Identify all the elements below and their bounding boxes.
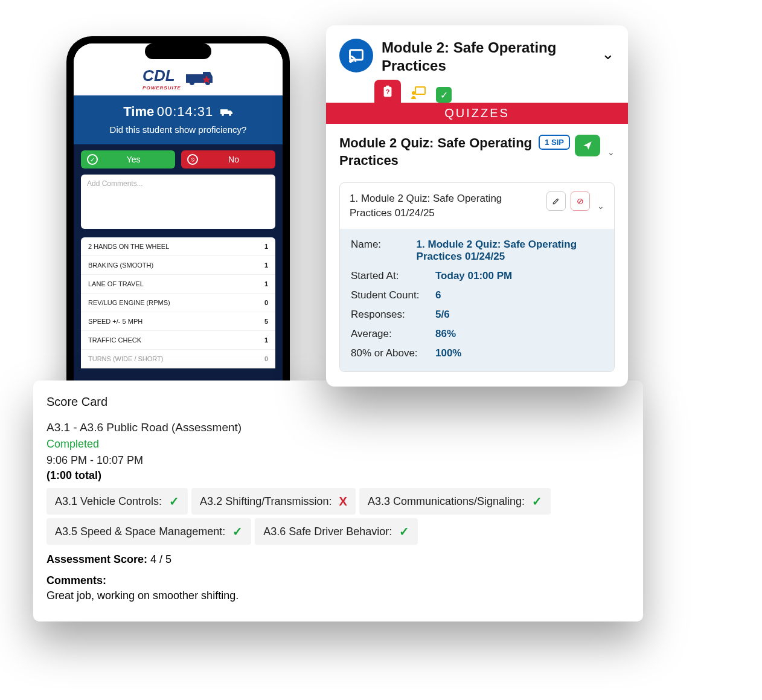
quiz-item-header: 1. Module 2 Quiz: Safe Operating Practic… [340, 183, 614, 229]
paper-plane-icon [582, 140, 593, 151]
metric-row[interactable]: LANE OF TRAVEL1 [81, 275, 275, 294]
scorecard-title: Score Card [46, 395, 630, 409]
comments-input[interactable]: Add Comments... [81, 175, 275, 229]
chevron-down-icon[interactable]: ⌄ [607, 147, 615, 157]
yes-no-row: ✓ Yes ⦸ No [74, 144, 283, 175]
tab-presentation[interactable] [411, 86, 426, 103]
metric-label: TRAFFIC CHECK [88, 336, 141, 344]
metric-value: 1 [264, 336, 268, 344]
assessment-label: A3.1 - A3.6 Public Road (Assessment) [46, 421, 630, 434]
score-card: Score Card A3.1 - A3.6 Public Road (Asse… [33, 381, 643, 621]
clipboard-question-icon: ? [381, 84, 394, 98]
pencil-icon [552, 197, 560, 205]
yes-button[interactable]: ✓ Yes [81, 150, 175, 169]
truck-icon [220, 108, 233, 119]
assessment-row-2: A3.5 Speed & Space Management: ✓ A3.6 Sa… [46, 518, 630, 545]
metric-row[interactable]: TURNS (WIDE / SHORT)0 [81, 350, 275, 368]
logo-text: CDL [142, 66, 181, 85]
svg-point-5 [350, 60, 351, 62]
time-range: 9:06 PM - 10:07 PM [46, 454, 630, 467]
truck-star-icon [185, 69, 214, 88]
metric-row[interactable]: SPEED +/- 5 MPH5 [81, 312, 275, 331]
quiz-panel: 1. Module 2 Quiz: Safe Operating Practic… [339, 182, 615, 372]
x-icon: X [339, 495, 347, 509]
comments-label: Comments: [46, 574, 630, 587]
quiz-title: Module 2 Quiz: Safe Operating Practices [339, 135, 534, 169]
check-icon: ✓ [232, 524, 243, 539]
phone-mockup: CDL POWERSUITE Time 00:14:31 [66, 36, 290, 411]
chevron-down-icon[interactable]: ⌄ [597, 201, 604, 211]
metric-row[interactable]: BRAKING (SMOOTH)1 [81, 256, 275, 275]
logo-subtext: POWERSUITE [142, 85, 181, 91]
metric-value: 0 [264, 299, 268, 306]
score-label: Assessment Score: [46, 553, 147, 565]
time-label: Time [123, 104, 154, 119]
no-label: No [198, 155, 269, 164]
metric-value: 1 [264, 280, 268, 287]
cell-label: A3.5 Speed & Space Management: [55, 525, 225, 538]
metric-label: 2 HANDS ON THE WHEEL [88, 243, 169, 250]
metric-row[interactable]: TRAFFIC CHECK1 [81, 331, 275, 350]
total-duration: (1:00 total) [46, 469, 630, 482]
cell-label: A3.3 Communications/Signaling: [368, 495, 525, 508]
sip-badge: 1 SIP [539, 135, 570, 150]
quiz-details: Name: 1. Module 2 Quiz: Safe Operating P… [340, 229, 614, 371]
metric-label: BRAKING (SMOOTH) [88, 262, 153, 269]
svg-point-11 [412, 91, 415, 95]
cancel-icon: ⦸ [187, 154, 198, 165]
module-body: Module 2 Quiz: Safe Operating Practices … [326, 124, 628, 372]
cell-label: A3.2 Shifting/Transmission: [200, 495, 331, 508]
metric-row[interactable]: REV/LUG ENGINE (RPMS)0 [81, 294, 275, 312]
comments-text: Great job, working on smoother shifting. [46, 589, 630, 602]
check-icon: ✓ [169, 494, 179, 509]
phone-notch [145, 43, 211, 59]
metrics-list: 2 HANDS ON THE WHEEL1 BRAKING (SMOOTH)1 … [81, 237, 275, 368]
assessment-score: Assessment Score: 4 / 5 [46, 553, 630, 566]
module-tabs: ? ✓ [326, 80, 628, 103]
send-button[interactable] [575, 135, 600, 156]
detail-value-name: 1. Module 2 Quiz: Safe Operating Practic… [417, 239, 603, 263]
svg-point-3 [222, 114, 224, 116]
phone-screen: CDL POWERSUITE Time 00:14:31 [74, 43, 283, 403]
detail-value-count: 6 [435, 289, 603, 301]
metric-row[interactable]: 2 HANDS ON THE WHEEL1 [81, 237, 275, 256]
score-value: 4 / 5 [150, 553, 171, 565]
metric-label: REV/LUG ENGINE (RPMS) [88, 299, 170, 306]
cell-label: A3.6 Safe Driver Behavior: [263, 525, 392, 538]
delete-button[interactable]: ⊘ [571, 191, 590, 211]
phone-dark-section: Time 00:14:31 Did this student show prof… [74, 95, 283, 381]
quizzes-bar: QUIZZES [326, 103, 628, 124]
no-button[interactable]: ⦸ No [181, 150, 275, 169]
cdl-logo: CDL POWERSUITE [142, 66, 214, 91]
tab-quiz[interactable]: ? [374, 80, 401, 103]
tab-complete[interactable]: ✓ [436, 87, 452, 103]
edit-button[interactable] [546, 191, 566, 211]
svg-rect-6 [350, 50, 363, 60]
detail-label-pass: 80% or Above: [351, 347, 435, 359]
detail-value-pass: 100% [435, 347, 603, 359]
detail-value-responses: 5/6 [435, 309, 603, 321]
assessment-cell-a36: A3.6 Safe Driver Behavior: ✓ [255, 518, 418, 545]
quiz-item-title: 1. Module 2 Quiz: Safe Operating Practic… [350, 191, 542, 220]
module-card: Module 2: Safe Operating Practices ⌄ ? ✓… [326, 25, 628, 387]
assessment-cell-a35: A3.5 Speed & Space Management: ✓ [46, 518, 251, 545]
cast-icon[interactable] [339, 39, 373, 72]
module-header: Module 2: Safe Operating Practices ⌄ [326, 25, 628, 75]
metric-value: 1 [264, 243, 268, 250]
detail-value-average: 86% [435, 328, 603, 340]
svg-text:?: ? [386, 88, 390, 95]
yes-label: Yes [98, 155, 169, 164]
time-value: 00:14:31 [157, 104, 214, 119]
metric-value: 1 [264, 262, 268, 269]
metric-label: SPEED +/- 5 MPH [88, 318, 142, 325]
module-title: Module 2: Safe Operating Practices [382, 39, 593, 75]
cell-label: A3.1 Vehicle Controls: [55, 495, 162, 508]
detail-label-name: Name: [351, 239, 406, 263]
detail-label-average: Average: [351, 328, 435, 340]
assessment-cell-a32: A3.2 Shifting/Transmission: X [191, 488, 356, 515]
chevron-down-icon[interactable]: ⌄ [601, 45, 615, 63]
metric-value: 5 [264, 318, 268, 325]
assessment-cell-a33: A3.3 Communications/Signaling: ✓ [359, 488, 551, 515]
quiz-header: Module 2 Quiz: Safe Operating Practices … [339, 135, 615, 169]
detail-label-started: Started At: [351, 270, 435, 282]
